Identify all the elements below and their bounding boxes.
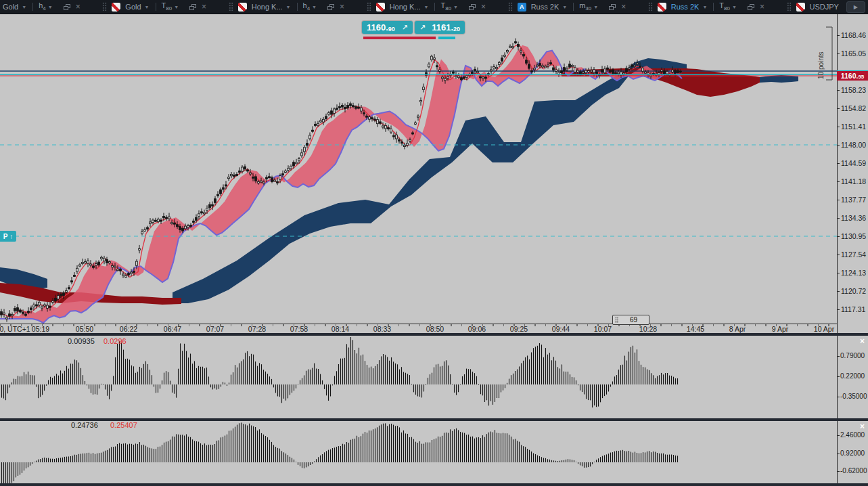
chevron-down-icon[interactable]: ▼ xyxy=(593,5,598,9)
tab-symbol-label[interactable]: Russ 2K xyxy=(671,3,700,11)
tab-gold[interactable]: Gold▼h4▼× xyxy=(0,0,83,14)
chevron-down-icon[interactable]: ▼ xyxy=(702,5,707,9)
indicator-axis-label: 0.92000 xyxy=(840,449,865,457)
tab-drag-handle-icon[interactable] xyxy=(787,2,792,12)
chart-template-icon xyxy=(112,3,120,12)
close-panel-1-button[interactable]: × xyxy=(860,336,865,346)
popout-window-icon[interactable] xyxy=(327,4,334,10)
tab-symbol-label[interactable]: Hong K... xyxy=(390,3,421,11)
tab-russ2k[interactable]: Russ 2K▼T80▼× xyxy=(645,0,767,14)
price-axis-tick xyxy=(837,236,840,237)
tab-drag-handle-icon[interactable] xyxy=(508,2,513,12)
chevron-down-icon[interactable]: ▼ xyxy=(145,5,150,9)
tab-drag-handle-icon[interactable] xyxy=(229,2,233,12)
tab-symbol-label[interactable]: Gold xyxy=(3,3,18,11)
indicator-axis-label: 0.79000 xyxy=(840,352,865,359)
chevron-down-icon[interactable]: ▼ xyxy=(174,5,179,9)
close-tab-icon[interactable]: × xyxy=(621,3,626,11)
tab-gold[interactable]: Gold▼T80▼× xyxy=(99,0,209,14)
close-tab-icon[interactable]: × xyxy=(760,3,764,11)
price-axis-tick xyxy=(837,309,840,310)
tab-period-label[interactable]: T80 xyxy=(719,1,730,12)
popout-window-icon[interactable] xyxy=(189,4,196,10)
indicator-panel-2[interactable]: 0.24736 0.25407 × 2.460000.92000-0.62000 xyxy=(0,421,868,483)
tab-symbol-label[interactable]: Gold xyxy=(125,3,141,11)
indicator-panel-1[interactable]: 0.00935 0.0296 × 0.790000.22000-0.35000 xyxy=(0,336,868,418)
tab-usdjpy[interactable]: USDJPY▶ xyxy=(783,0,868,14)
tab-drag-handle-icon[interactable] xyxy=(648,2,653,12)
trade-buttons: 1160.90 ↗ ↗ 1161.20 xyxy=(362,21,465,34)
tab-symbol-label[interactable]: USDJPY xyxy=(810,3,839,11)
time-axis-label: 09:44 xyxy=(552,325,570,333)
close-panel-2-button[interactable]: × xyxy=(860,422,865,431)
autotrade-icon: A xyxy=(518,3,526,12)
popout-window-icon[interactable] xyxy=(748,4,754,10)
chevron-down-icon[interactable]: ▼ xyxy=(286,5,291,9)
close-tab-icon[interactable]: × xyxy=(202,3,206,11)
divider xyxy=(713,3,714,11)
price-axis-label: 1154.82 xyxy=(841,104,866,112)
sell-button[interactable]: 1160.90 ↗ xyxy=(362,21,413,34)
close-tab-icon[interactable]: × xyxy=(76,3,81,11)
popout-window-icon[interactable] xyxy=(469,4,476,10)
tab-period-label[interactable]: m30 xyxy=(579,1,591,12)
indicator-axis-label: -0.62000 xyxy=(840,467,867,474)
candlestick-chart-canvas[interactable]: 10 points xyxy=(0,14,837,324)
tab-period-label[interactable]: T80 xyxy=(440,1,451,12)
price-axis-tick xyxy=(837,53,840,54)
main-chart[interactable]: 10 points 1160.90 ↗ ↗ 1161.20 P ↑ 69 116… xyxy=(0,14,868,333)
price-axis-tick xyxy=(837,127,840,127)
bar-countdown[interactable]: 69 xyxy=(612,315,649,325)
price-axis[interactable]: 1168.461165.051158.231154.821151.411148.… xyxy=(837,14,868,324)
price-axis-label: 1130.95 xyxy=(841,232,866,240)
buy-price-fraction: 20 xyxy=(453,26,460,32)
indicator-axis-tick xyxy=(837,435,840,436)
time-axis-label: 09:06 xyxy=(468,325,486,333)
sell-price-fraction: 90 xyxy=(388,26,395,32)
time-axis-label: 14:45 xyxy=(687,325,704,333)
indicator-axis-label: -0.35000 xyxy=(840,393,867,400)
divider xyxy=(434,3,435,11)
time-axis-label: 10 Apr xyxy=(814,325,834,333)
chevron-down-icon[interactable]: ▼ xyxy=(312,5,317,9)
kumo-cloud-navy-tail xyxy=(760,75,798,83)
tab-drag-handle-icon[interactable] xyxy=(367,2,371,12)
price-axis-label: 1141.18 xyxy=(841,177,866,185)
buy-button[interactable]: ↗ 1161.20 xyxy=(415,21,465,34)
tab-symbol-label[interactable]: Russ 2K xyxy=(531,3,559,11)
price-axis-label: 1144.59 xyxy=(841,159,866,167)
play-button[interactable]: ▶ xyxy=(846,1,865,13)
oscillator-1-canvas xyxy=(0,336,837,418)
tab-period-label[interactable]: h4 xyxy=(39,1,46,12)
tab-russ2k[interactable]: ARuss 2K▼m30▼× xyxy=(505,0,629,14)
price-axis-tick xyxy=(837,90,840,91)
chevron-down-icon[interactable]: ▼ xyxy=(48,5,53,9)
take-profit-badge[interactable]: P ↑ xyxy=(0,231,16,242)
price-axis-label: 1148.00 xyxy=(841,141,866,149)
price-axis-label: 1151.41 xyxy=(841,123,866,131)
chevron-down-icon[interactable]: ▼ xyxy=(562,5,567,9)
price-axis-tick xyxy=(837,200,840,200)
chevron-down-icon[interactable]: ▼ xyxy=(732,5,737,9)
chart-template-icon xyxy=(796,3,805,12)
chart-template-icon xyxy=(238,3,247,12)
chevron-down-icon[interactable]: ▼ xyxy=(424,5,429,9)
tab-hongk[interactable]: Hong K...▼h4▼× xyxy=(225,0,347,14)
tab-symbol-label[interactable]: Hong K... xyxy=(252,3,283,11)
time-axis-label: 08:33 xyxy=(373,325,391,333)
time-axis[interactable]: 0, UTC+105:1905:5006:2206:4707:0707:2807… xyxy=(0,324,837,334)
popout-window-icon[interactable] xyxy=(609,4,616,10)
tab-drag-handle-icon[interactable] xyxy=(102,2,107,12)
close-tab-icon[interactable]: × xyxy=(340,3,344,11)
price-axis-tick xyxy=(837,108,840,109)
chevron-down-icon[interactable]: ▼ xyxy=(22,5,26,9)
chevron-down-icon[interactable]: ▼ xyxy=(453,5,458,9)
time-axis-label: 10:28 xyxy=(639,325,657,333)
close-tab-icon[interactable]: × xyxy=(481,3,486,11)
tab-hongk[interactable]: Hong K...▼T80▼× xyxy=(363,0,488,14)
current-price-tag: 1160.95 xyxy=(837,70,868,81)
tab-period-label[interactable]: T80 xyxy=(162,1,173,12)
tab-period-label[interactable]: h4 xyxy=(303,1,311,12)
popout-window-icon[interactable] xyxy=(64,4,70,10)
ruler-bracket[interactable] xyxy=(826,27,832,80)
